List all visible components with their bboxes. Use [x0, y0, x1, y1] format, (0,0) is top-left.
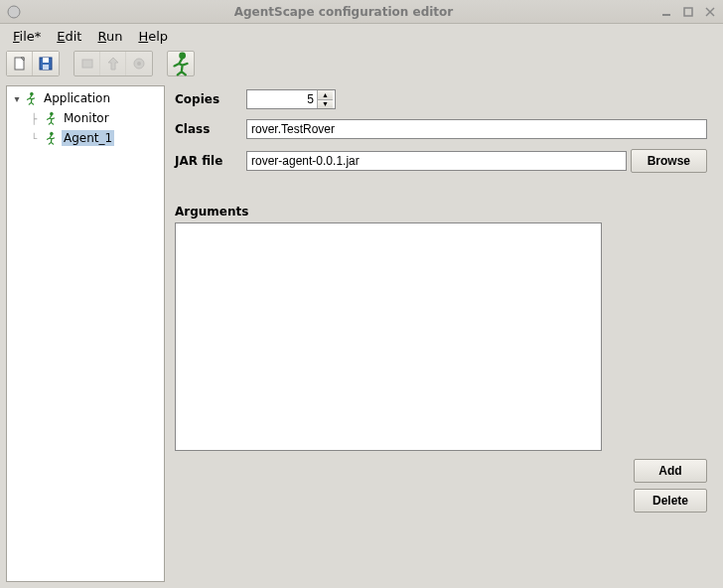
menu-help[interactable]: Help: [131, 27, 175, 46]
tree-item-label[interactable]: Agent_1: [62, 130, 114, 146]
spinner-buttons: ▲ ▼: [317, 90, 333, 108]
maximize-button[interactable]: [681, 5, 695, 19]
svg-rect-10: [82, 60, 92, 68]
jarfile-input[interactable]: [246, 151, 627, 171]
tree-item-agent1[interactable]: └ Agent_1: [19, 128, 164, 148]
svg-point-12: [137, 62, 141, 66]
run-button[interactable]: [167, 51, 195, 76]
minimize-button[interactable]: [659, 5, 673, 19]
copies-input[interactable]: [247, 90, 317, 108]
tree-item-monitor[interactable]: ├ Monitor: [19, 108, 164, 128]
class-input[interactable]: [246, 119, 707, 139]
svg-point-0: [8, 6, 20, 18]
jarfile-row: JAR file Browse: [175, 149, 707, 173]
running-man-icon: [43, 110, 59, 126]
tool-btn-1: [74, 52, 100, 75]
menu-run[interactable]: Run: [90, 27, 129, 46]
window-title: AgentScape configuration editor: [28, 5, 659, 19]
app-icon: [6, 4, 22, 20]
copies-spinner[interactable]: ▲ ▼: [246, 89, 336, 109]
svg-rect-9: [43, 65, 49, 70]
arguments-section: [175, 222, 707, 451]
tool-btn-2: [100, 52, 126, 75]
argument-buttons: Add Delete: [175, 459, 707, 513]
toolbar-run-group: [73, 51, 153, 76]
svg-rect-2: [684, 8, 692, 16]
browse-button[interactable]: Browse: [631, 149, 707, 173]
save-button[interactable]: [33, 52, 59, 75]
new-file-button[interactable]: [7, 52, 33, 75]
running-man-icon: [43, 130, 59, 146]
main-window: AgentScape configuration editor File* Ed…: [0, 0, 723, 588]
spinner-down-button[interactable]: ▼: [318, 100, 333, 109]
tree-children: ├ Monitor └ Agent_1: [7, 108, 164, 148]
menubar: File* Edit Run Help: [0, 24, 723, 48]
arguments-left: [175, 222, 602, 451]
svg-rect-8: [43, 58, 49, 63]
toolbar-file-group: [6, 51, 60, 76]
add-button[interactable]: Add: [634, 459, 707, 483]
class-label: Class: [175, 122, 242, 136]
close-button[interactable]: [703, 5, 717, 19]
form-panel: Copies ▲ ▼ Class JAR file Browse Argume: [171, 85, 717, 582]
svg-rect-1: [662, 14, 670, 16]
menu-file[interactable]: File*: [6, 27, 48, 46]
tree-root[interactable]: ▾ Application: [7, 88, 164, 108]
tree-panel[interactable]: ▾ Application ├ Monitor └: [6, 85, 165, 582]
content-area: ▾ Application ├ Monitor └: [0, 79, 723, 588]
tree-root-label[interactable]: Application: [42, 90, 112, 106]
copies-row: Copies ▲ ▼: [175, 89, 707, 109]
spinner-up-button[interactable]: ▲: [318, 90, 333, 100]
toolbar: [0, 48, 723, 79]
running-man-icon: [23, 90, 39, 106]
tool-btn-3: [126, 52, 152, 75]
tree-toggle-icon[interactable]: ▾: [11, 93, 23, 104]
class-row: Class: [175, 119, 707, 139]
arguments-textarea[interactable]: [175, 222, 602, 451]
delete-button[interactable]: Delete: [634, 489, 707, 513]
titlebar: AgentScape configuration editor: [0, 0, 723, 24]
arguments-label: Arguments: [175, 205, 707, 219]
copies-label: Copies: [175, 92, 242, 106]
window-controls: [659, 5, 717, 19]
menu-edit[interactable]: Edit: [50, 27, 88, 46]
jarfile-label: JAR file: [175, 154, 242, 168]
tree-item-label[interactable]: Monitor: [62, 110, 111, 126]
